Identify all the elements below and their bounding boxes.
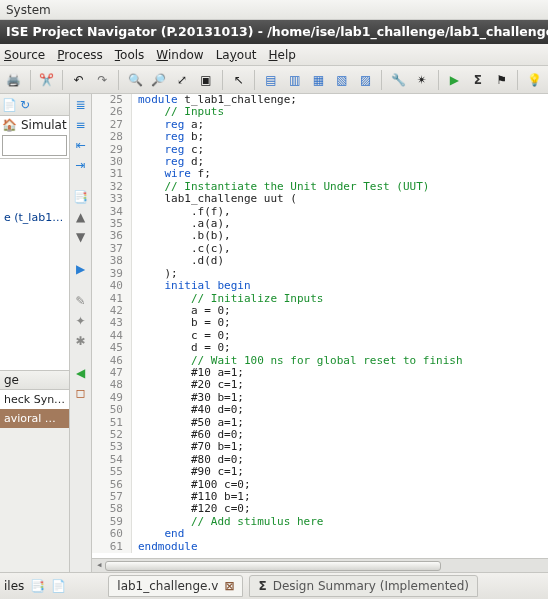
sum-button[interactable]: Σ — [468, 69, 488, 91]
menu-layout[interactable]: LayoutLayout — [216, 48, 257, 62]
process-check-syntax[interactable]: heck Syn… — [0, 390, 69, 409]
line-number: 33 — [92, 193, 132, 205]
files-icon[interactable]: 📑 — [30, 579, 45, 593]
star-button[interactable]: ✴ — [412, 69, 432, 91]
zoom-in-button[interactable]: 🔍 — [125, 69, 145, 91]
menu-source[interactable]: SSourceource — [4, 48, 45, 62]
layout-icon: ▥ — [289, 73, 300, 87]
zoom-in-icon: 🔍 — [128, 73, 143, 87]
line-number: 31 — [92, 168, 132, 180]
line-number: 55 — [92, 466, 132, 478]
zoom-out-icon: 🔎 — [151, 73, 166, 87]
code-line[interactable]: 61endmodule — [92, 541, 548, 553]
libraries-icon[interactable]: 📄 — [51, 579, 66, 593]
wrench-icon: 🔧 — [391, 73, 406, 87]
toolbar-separator — [438, 70, 439, 90]
processes-header: ge — [0, 370, 69, 390]
toolbar-separator — [222, 70, 223, 90]
outdent-icon[interactable]: ⇤ — [75, 138, 85, 152]
design-summary-tab-label: Design Summary (Implemented) — [273, 579, 469, 593]
select-button[interactable]: ↖ — [229, 69, 249, 91]
toolbar-separator — [62, 70, 63, 90]
back-arrow-icon[interactable]: ◀ — [76, 366, 85, 380]
line-number: 43 — [92, 317, 132, 329]
bookmark-icon[interactable]: 📑 — [73, 190, 88, 204]
cut-button[interactable]: ✂️ — [37, 69, 57, 91]
sigma-icon: Σ — [474, 73, 482, 87]
layout-icon: ▨ — [360, 73, 371, 87]
zoom-fit-icon: ⤢ — [177, 73, 187, 87]
prev-bookmark-icon[interactable]: ▲ — [76, 210, 85, 224]
layout-icon: ▦ — [313, 73, 324, 87]
indent-right-icon[interactable]: ≡ — [75, 118, 85, 132]
hierarchy-tree[interactable]: e (t_lab1_ch — [0, 159, 69, 370]
undo-button[interactable]: ↶ — [69, 69, 89, 91]
scroll-left-icon[interactable]: ◂ — [96, 559, 103, 571]
layout-button-1[interactable]: ▤ — [261, 69, 281, 91]
editor-tab-active[interactable]: lab1_challenge.v ⊠ — [108, 575, 243, 597]
undo-icon: ↶ — [74, 73, 84, 87]
indent-icon[interactable]: ⇥ — [75, 158, 85, 172]
view-combo-fragment[interactable] — [2, 135, 67, 156]
sigma-icon: Σ — [258, 579, 266, 593]
layout-button-2[interactable]: ▥ — [285, 69, 305, 91]
line-number: 45 — [92, 342, 132, 354]
scissors-icon: ✂️ — [39, 73, 54, 87]
line-number: 58 — [92, 503, 132, 515]
refresh-icon[interactable]: ↻ — [20, 98, 30, 112]
tool3-icon[interactable]: ✱ — [75, 334, 85, 348]
design-summary-tab[interactable]: Σ Design Summary (Implemented) — [249, 575, 478, 597]
layout-button-3[interactable]: ▦ — [309, 69, 329, 91]
toolbar-separator — [381, 70, 382, 90]
indent-left-icon[interactable]: ≣ — [75, 98, 85, 112]
process-behavioral-sim[interactable]: avioral … — [0, 409, 69, 428]
menu-tools[interactable]: ToolsTools — [115, 48, 145, 62]
layout-button-4[interactable]: ▧ — [332, 69, 352, 91]
play-icon: ▶ — [450, 73, 459, 87]
layout-icon: ▧ — [336, 73, 347, 87]
horizontal-scrollbar[interactable]: ◂ — [92, 558, 548, 572]
menu-process[interactable]: ProcessProcess — [57, 48, 103, 62]
scrollbar-thumb[interactable] — [105, 561, 441, 571]
wrench-button[interactable]: 🔧 — [388, 69, 408, 91]
app-title-bar: ISE Project Navigator (P.20131013) - /ho… — [0, 20, 548, 44]
printer-icon: 🖨️ — [6, 73, 21, 87]
layout-button-5[interactable]: ▨ — [356, 69, 376, 91]
line-number: 53 — [92, 441, 132, 453]
left-panel: 📄 ↻ 🏠 Simulat e (t_lab1_ch ge heck Syn… … — [0, 94, 70, 572]
line-number: 38 — [92, 255, 132, 267]
toolbar-separator — [30, 70, 31, 90]
flag-icon: ⚑ — [496, 73, 507, 87]
zoom-fit-button[interactable]: ⤢ — [173, 69, 193, 91]
print-button[interactable]: 🖨️ — [4, 69, 24, 91]
tips-button[interactable]: 💡 — [524, 69, 544, 91]
redo-button[interactable]: ↷ — [93, 69, 113, 91]
menubar: SSourceource ProcessProcess ToolsTools W… — [0, 44, 548, 66]
tool2-icon[interactable]: ✦ — [75, 314, 85, 328]
bottom-tab-bar: iles 📑 📄 lab1_challenge.v ⊠ Σ Design Sum… — [0, 572, 548, 599]
menu-help[interactable]: HelpHelp — [268, 48, 295, 62]
toolbar-separator — [254, 70, 255, 90]
close-icon[interactable]: ⊠ — [224, 579, 234, 593]
run-button[interactable]: ▶ — [444, 69, 464, 91]
code-editor[interactable]: 25module t_lab1_challenge;26 // Inputs27… — [92, 94, 548, 572]
redo-icon: ↷ — [97, 73, 107, 87]
cursor-icon: ↖ — [233, 73, 243, 87]
zoom-out-button[interactable]: 🔎 — [149, 69, 169, 91]
line-number: 40 — [92, 280, 132, 292]
bottom-left-fragment[interactable]: iles — [4, 579, 24, 593]
code-content[interactable]: endmodule — [132, 541, 198, 553]
lightbulb-icon: 💡 — [527, 73, 542, 87]
tree-item[interactable]: e (t_lab1_ch — [0, 209, 69, 226]
find-button[interactable]: ⚑ — [492, 69, 512, 91]
zoom-area-button[interactable]: ▣ — [196, 69, 216, 91]
stop-icon[interactable]: ◻ — [76, 386, 86, 400]
menu-window[interactable]: WindowWindow — [156, 48, 203, 62]
next-bookmark-icon[interactable]: ▼ — [76, 230, 85, 244]
compile-icon[interactable]: ▶ — [76, 262, 85, 276]
document-add-icon[interactable]: 📄 — [2, 98, 17, 112]
editor-gutter-toolbar: ≣ ≡ ⇤ ⇥ 📑 ▲ ▼ ▶ ✎ ✦ ✱ ◀ ◻ — [70, 94, 92, 572]
tool-icon[interactable]: ✎ — [75, 294, 85, 308]
line-number: 48 — [92, 379, 132, 391]
toolbar-separator — [118, 70, 119, 90]
